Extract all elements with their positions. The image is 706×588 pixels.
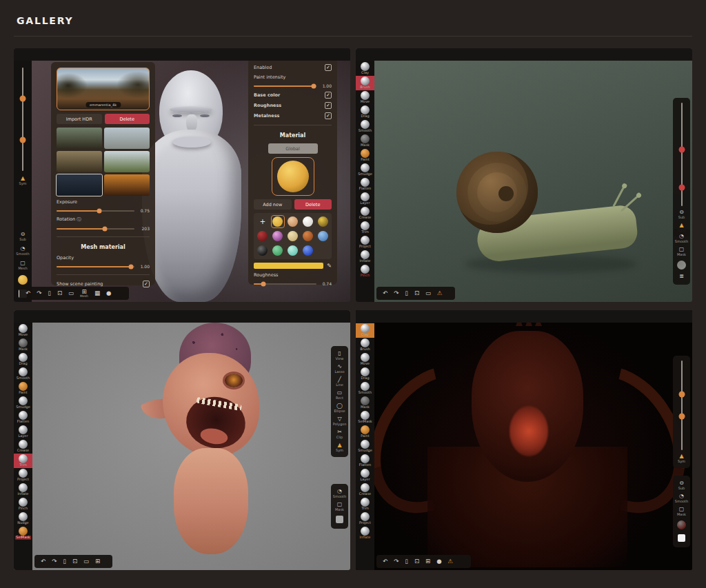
environment-thumbnail[interactable] — [57, 174, 102, 196]
tool-move[interactable]: Move — [14, 323, 32, 338]
environment-thumbnail[interactable] — [104, 128, 150, 149]
symmetry-toggle[interactable]: ▲ Sym — [19, 176, 26, 185]
mask-icon[interactable]: ▢ Mask — [677, 247, 686, 256]
tool-drag[interactable]: Drag — [356, 367, 374, 381]
global-button[interactable]: Global — [268, 143, 318, 154]
tool-smooth[interactable]: Smooth — [14, 367, 32, 381]
tablet-icon[interactable]: ▯ — [405, 558, 408, 565]
alpha-icon[interactable]: ≣ — [679, 274, 684, 280]
matcap-icon[interactable]: ● — [106, 290, 111, 296]
tool-inflate[interactable]: Inflate — [356, 526, 374, 540]
redo-icon[interactable]: ↷ — [37, 290, 41, 296]
roughness-slider[interactable] — [254, 283, 316, 285]
intensity-knob[interactable] — [678, 185, 685, 191]
tool-project[interactable]: Project — [14, 468, 32, 483]
material-swatch[interactable] — [271, 230, 285, 243]
tool-pinch[interactable]: Pinch — [14, 497, 32, 511]
material-swatch[interactable] — [301, 230, 314, 243]
material-swatch[interactable] — [286, 244, 300, 257]
tool-smudge[interactable]: Smudge — [356, 163, 374, 177]
environment-thumbnail[interactable] — [57, 128, 102, 149]
material-swatch[interactable] — [256, 244, 270, 257]
environment-thumbnail[interactable] — [57, 151, 102, 172]
tool-project[interactable]: Project — [356, 511, 374, 526]
tool-inflate[interactable]: Inflate — [14, 483, 32, 497]
tool-layer[interactable]: Layer — [356, 468, 374, 483]
base-color-checkbox[interactable] — [325, 92, 332, 99]
radius-intensity-slider[interactable] — [681, 103, 683, 206]
grid-icon[interactable]: ▦ — [94, 290, 100, 296]
tool-crease[interactable]: Crease — [356, 483, 374, 497]
gallery-item-snail[interactable]: Clay Brush Move Drag — [356, 48, 692, 302]
active-material-sphere[interactable] — [18, 275, 28, 285]
tool-drag[interactable]: Drag — [14, 352, 32, 367]
creature-model[interactable] — [143, 323, 279, 554]
image-icon[interactable]: ▭ — [68, 290, 74, 296]
line-icon[interactable]: ╱ Line — [336, 377, 343, 387]
gallery-item-demon[interactable]: Clay Brush Move Drag — [356, 310, 692, 570]
smooth-icon[interactable]: ◔ Smooth — [675, 234, 688, 243]
tool-project[interactable]: Project — [356, 235, 374, 250]
rect-icon[interactable]: ▭ Rect — [336, 390, 343, 400]
smooth-icon[interactable]: ◔ Smooth — [16, 246, 29, 256]
gallery-item-creature[interactable]: Move Mask Drag Smooth — [14, 310, 350, 570]
material-swatch[interactable] — [316, 230, 330, 243]
tool-trim[interactable]: Trim — [14, 454, 32, 468]
viewport-creature[interactable] — [14, 310, 350, 570]
tool-flatten[interactable]: Flatten — [356, 177, 374, 192]
selected-environment-preview[interactable]: emmarentia_4k — [57, 68, 150, 110]
layers-icon[interactable]: ⊡ — [57, 290, 62, 296]
lasso-icon[interactable]: ∿ Lasso — [334, 364, 344, 374]
intensity-knob[interactable] — [678, 413, 685, 419]
material-swatch[interactable] — [271, 244, 285, 257]
tool-mask[interactable]: Mask — [356, 134, 374, 148]
layers-icon[interactable]: ⊡ — [414, 290, 419, 296]
material-preview[interactable] — [272, 157, 314, 196]
exposure-slider[interactable] — [57, 210, 134, 212]
image-icon[interactable]: ▭ — [83, 558, 89, 565]
warning-icon[interactable]: ⚠ — [437, 290, 443, 296]
clip-icon[interactable]: ✂ Clip — [336, 429, 343, 439]
tool-smudge[interactable]: Smudge — [356, 439, 374, 454]
mask-icon[interactable]: ▢ Mask — [335, 502, 344, 511]
add-material-button[interactable]: Add new — [254, 199, 292, 210]
radius-intensity-slider[interactable] — [22, 68, 23, 171]
material-swatch[interactable] — [286, 230, 300, 243]
radius-knob[interactable] — [678, 146, 685, 152]
metalness-checkbox[interactable] — [325, 112, 332, 119]
tool-move[interactable]: Move — [356, 90, 374, 105]
snail-model[interactable] — [444, 152, 651, 283]
tool-paint[interactable]: Paint — [14, 381, 32, 396]
layers-icon[interactable]: ⊡ — [72, 558, 77, 565]
viewport-snail[interactable] — [356, 48, 692, 302]
radius-intensity-slider[interactable] — [681, 361, 683, 450]
sub-icon[interactable]: ⊖ Sub — [678, 210, 685, 219]
tool-flatten[interactable]: Flatten — [356, 454, 374, 468]
tool-brush[interactable]: Brush — [356, 76, 374, 90]
environment-thumbnail[interactable] — [104, 174, 150, 196]
radius-knob[interactable] — [20, 96, 26, 102]
import-hdr-button[interactable]: Import HDR — [57, 114, 102, 124]
undo-icon[interactable]: ↶ — [41, 558, 46, 565]
tool-trim[interactable]: Trim — [356, 221, 374, 235]
sym-icon[interactable]: ▲ Sym — [678, 454, 685, 463]
demon-model[interactable] — [381, 316, 674, 567]
tool-crease[interactable]: Crease — [356, 206, 374, 221]
tool-smooth[interactable]: Smooth — [356, 381, 374, 396]
rotation-slider[interactable] — [57, 228, 134, 230]
smooth-icon[interactable]: ◔ Smooth — [333, 489, 346, 498]
undo-icon[interactable]: ↶ — [383, 558, 387, 565]
tool-mask[interactable]: Mask — [356, 396, 374, 410]
environment-thumbnail[interactable] — [104, 151, 150, 172]
tool-drag[interactable]: Drag — [356, 105, 374, 119]
tablet-icon[interactable]: ▯ — [405, 290, 408, 296]
material-swatch[interactable] — [286, 215, 300, 228]
warning-icon[interactable]: ⚠ — [448, 558, 454, 565]
color-swatch[interactable] — [678, 534, 685, 543]
tool-move[interactable]: Move — [356, 352, 374, 367]
tool-layer[interactable]: Layer — [356, 192, 374, 206]
matcap-sphere-icon[interactable] — [677, 260, 686, 270]
tool-trim[interactable]: Trim — [356, 497, 374, 511]
delete-material-button[interactable]: Delete — [294, 199, 332, 210]
mask-icon[interactable]: ▢ Mask — [677, 507, 686, 516]
